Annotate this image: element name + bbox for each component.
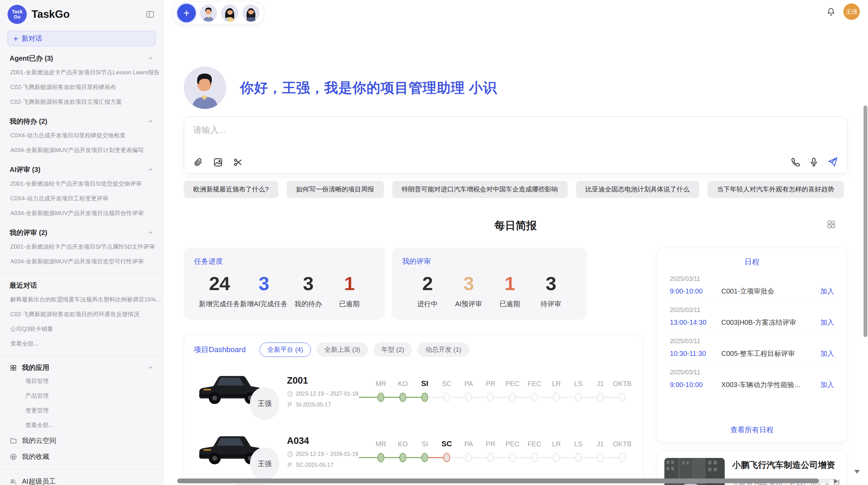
divider: [0, 469, 163, 469]
sidebar-item[interactable]: C0X4-动力总成开发项目工程变更评审: [0, 191, 163, 206]
vertical-scrollbar-thumb[interactable]: [864, 105, 867, 337]
sidebar-item-ai-staff[interactable]: AI超级员工: [0, 473, 163, 485]
sidebar-item[interactable]: C02-飞腾新能源轻客改款项目立项汇报方案: [0, 95, 163, 109]
stat-label: 已逾期: [489, 299, 530, 309]
apps-section-header[interactable]: 我的应用: [0, 360, 163, 374]
chevron-up-icon[interactable]: [147, 118, 154, 125]
send-icon[interactable]: [827, 157, 838, 167]
sidebar-item[interactable]: C02-飞腾新能源轻客改款项目里程碑画布: [0, 80, 163, 95]
suggestion-chip[interactable]: 如何写一份清晰的项目周报: [287, 181, 384, 198]
milestone-dot[interactable]: [531, 453, 538, 462]
event-join-link[interactable]: 加入: [820, 287, 834, 296]
conversation-avatar-man[interactable]: [200, 4, 217, 22]
dashboard-tab[interactable]: 全新平台 (4): [260, 343, 311, 357]
suggestion-chip[interactable]: 欧洲新规最近颁布了什么?: [184, 181, 278, 198]
sidebar-item-cloud-space[interactable]: 我的云空间: [0, 433, 163, 449]
attachment-icon[interactable]: [193, 157, 203, 167]
milestone-dot[interactable]: [377, 393, 384, 402]
milestone-dot[interactable]: [487, 393, 494, 402]
app-item[interactable]: 变更管理: [0, 403, 163, 418]
milestone-dot[interactable]: [399, 453, 406, 462]
milestone: SI: [414, 438, 436, 465]
conversation-avatar-woman-2[interactable]: [242, 4, 260, 22]
suggestion-chip[interactable]: 比亚迪全固态电池计划具体说了什么: [576, 181, 699, 198]
event-join-link[interactable]: 加入: [820, 380, 834, 389]
recent-conversation-item[interactable]: C02-飞腾新能源轻客改款项目的闭环通告反馈情况: [0, 307, 163, 322]
dashboard-tab[interactable]: 年型 (2): [374, 343, 412, 357]
scroll-down-arrow[interactable]: [854, 470, 860, 474]
milestone-dot[interactable]: [509, 453, 516, 462]
milestone-dot[interactable]: [487, 453, 494, 462]
milestone-dot[interactable]: [553, 453, 560, 462]
dashboard-tab[interactable]: 全新上装 (3): [316, 343, 368, 357]
milestone-dot[interactable]: [399, 393, 406, 402]
user-avatar[interactable]: 王强: [843, 3, 860, 20]
scissors-icon[interactable]: [233, 157, 243, 167]
recent-view-all-link[interactable]: 查看全部...: [0, 336, 163, 351]
stat-cell: 3 待评审: [530, 272, 571, 309]
horizontal-scrollbar-thumb[interactable]: [177, 478, 819, 483]
event-join-link[interactable]: 加入: [820, 349, 834, 358]
app-item[interactable]: 产品管理: [0, 388, 163, 403]
view-all-schedule-link[interactable]: 查看所有日程: [670, 422, 834, 436]
image-upload-icon[interactable]: [213, 157, 223, 167]
project-row[interactable]: 王强 A034: [194, 426, 633, 477]
milestone-dot[interactable]: [465, 453, 472, 462]
milestone-dot[interactable]: [619, 393, 626, 402]
milestone-dot[interactable]: [421, 453, 428, 462]
milestone-dot[interactable]: [465, 393, 472, 402]
milestone: SC: [436, 378, 458, 405]
recent-conversation-item[interactable]: 解释最新出台的欧盟报废车法规再生塑料比例被调至15%...: [0, 292, 163, 307]
sidebar-item[interactable]: Z001-全新燃油轻卡产品开发项目SI节点属性5D文件评审: [0, 239, 163, 254]
dashboard-tab[interactable]: 动总开发 (1): [418, 343, 469, 357]
project-row[interactable]: 王强 Z001: [194, 366, 633, 417]
sidebar-item[interactable]: Z001-全新燃油轻卡产品开发项目SI造型提交物评审: [0, 176, 163, 191]
message-input[interactable]: [193, 122, 838, 137]
sidebar-item-favorites[interactable]: 我的收藏: [0, 449, 163, 465]
recent-conversation-item[interactable]: 公司Q3轻卡销量: [0, 322, 163, 336]
add-conversation-button[interactable]: +: [177, 4, 196, 22]
chevron-up-icon[interactable]: [147, 55, 154, 62]
suggestion-chip[interactable]: 当下年轻人对汽车外观有怎样的喜好趋势: [708, 181, 844, 198]
milestone-dot[interactable]: [377, 453, 384, 462]
conversation-avatar-woman-1[interactable]: [221, 4, 238, 22]
apps-view-all-link[interactable]: 查看全部...: [0, 418, 163, 433]
milestone-dot[interactable]: [443, 453, 450, 462]
sidebar-item[interactable]: C0X4-动力总成开发项目SI里程碑提交物检查: [0, 128, 163, 143]
app-item[interactable]: 项目管理: [0, 374, 163, 388]
milestone-dot[interactable]: [575, 453, 582, 462]
chevron-up-icon[interactable]: [147, 166, 154, 173]
composer-tools-right: [790, 157, 838, 167]
milestone-dot[interactable]: [619, 453, 626, 462]
notification-bell-icon[interactable]: [826, 7, 836, 16]
microphone-icon[interactable]: [809, 157, 819, 167]
sidebar-item[interactable]: Z001-全新燃油皮卡产品开发项目SI节点Lesson Learn报告: [0, 65, 163, 80]
chevron-up-icon[interactable]: [147, 229, 154, 236]
phone-icon[interactable]: [790, 157, 800, 167]
milestone-dot[interactable]: [531, 393, 538, 402]
scroll-right-arrow[interactable]: [834, 479, 838, 484]
milestone-dot[interactable]: [597, 393, 604, 402]
milestone-dot[interactable]: [553, 393, 560, 402]
hero-section: 你好，王强，我是你的项目管理助理 小识: [184, 66, 497, 109]
sidebar-item[interactable]: A034-全新新能源MUV产品开发项目计划变更表编写: [0, 143, 163, 158]
sidebar-collapse-icon[interactable]: [146, 9, 156, 20]
new-chat-button[interactable]: + 新对话: [8, 31, 156, 46]
dashboard-layout-icon[interactable]: [826, 219, 836, 229]
milestone-dot[interactable]: [443, 393, 450, 402]
sidebar-section-header[interactable]: 我的待办 (2): [0, 114, 163, 128]
suggestion-chip[interactable]: 特朗普可能对进口汽车增税会对中国车企造成哪些影响: [392, 181, 568, 198]
milestone-dot-row: [611, 450, 633, 465]
milestone-dot[interactable]: [575, 393, 582, 402]
sidebar-item[interactable]: A034-全新新能源MUV产品开发项目造型可行性评审: [0, 254, 163, 269]
milestone-dot[interactable]: [509, 393, 516, 402]
sidebar-section-header[interactable]: AI评审 (3): [0, 162, 163, 176]
event-join-link[interactable]: 加入: [820, 318, 834, 327]
milestone-dot[interactable]: [597, 453, 604, 462]
sidebar-item[interactable]: A034-全新新能源MUV产品开发项目法规符合性评审: [0, 206, 163, 221]
sidebar-section-header[interactable]: 我的评审 (2): [0, 225, 163, 239]
chevron-up-icon[interactable]: [147, 364, 154, 371]
sidebar-section-header[interactable]: Agent已办 (3): [0, 51, 163, 65]
milestone: LS: [567, 438, 589, 465]
milestone-dot[interactable]: [421, 393, 428, 402]
